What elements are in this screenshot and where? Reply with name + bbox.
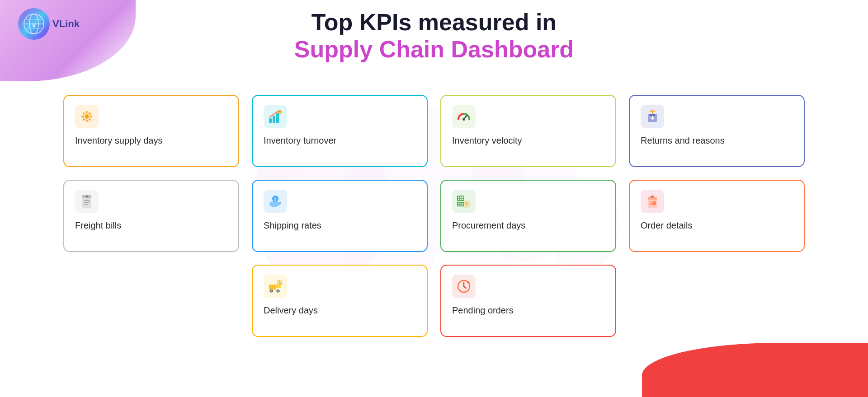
svg-text:V: V bbox=[32, 23, 36, 29]
label-delivery-days: Delivery days bbox=[264, 304, 416, 316]
gear-sun-icon bbox=[80, 109, 94, 124]
label-procurement-days: Procurement days bbox=[452, 220, 604, 231]
card-freight-bills[interactable]: Freight bills bbox=[63, 180, 239, 252]
svg-point-13 bbox=[85, 114, 89, 119]
svg-point-62 bbox=[271, 290, 272, 292]
icon-wrapper-procurement-days bbox=[452, 190, 476, 213]
card-returns-and-reasons[interactable]: Returns and reasons bbox=[629, 95, 805, 167]
svg-point-22 bbox=[89, 119, 91, 121]
hand-coin-icon: $ bbox=[268, 194, 283, 209]
card-procurement-days[interactable]: Procurement days bbox=[440, 180, 616, 252]
bg-bottom-right-decoration bbox=[642, 343, 868, 397]
card-shipping-rates[interactable]: $ Shipping rates bbox=[252, 180, 428, 252]
logo-icon: V bbox=[18, 8, 50, 40]
icon-wrapper-order-details bbox=[641, 190, 664, 213]
svg-text:$: $ bbox=[274, 197, 276, 201]
logo-text: VLink bbox=[52, 18, 80, 30]
label-inventory-velocity: Inventory velocity bbox=[452, 135, 604, 146]
kpi-grid: Inventory supply days $ Inventory turnov… bbox=[63, 95, 805, 337]
icon-wrapper-inventory-turnover: $ bbox=[264, 105, 287, 128]
card-inventory-supply-days[interactable]: Inventory supply days bbox=[63, 95, 239, 167]
label-pending-orders: Pending orders bbox=[452, 304, 604, 316]
svg-point-20 bbox=[89, 112, 91, 114]
svg-rect-25 bbox=[276, 113, 279, 123]
svg-rect-24 bbox=[273, 116, 275, 123]
card-inventory-velocity[interactable]: Inventory velocity bbox=[440, 95, 616, 167]
return-box-icon bbox=[645, 109, 660, 124]
page-header: Top KPIs measured in Supply Chain Dashbo… bbox=[0, 9, 868, 63]
label-returns-and-reasons: Returns and reasons bbox=[641, 135, 793, 146]
svg-point-18 bbox=[90, 116, 92, 117]
header-title-line2: Supply Chain Dashboard bbox=[0, 36, 868, 63]
svg-rect-55 bbox=[652, 201, 656, 205]
svg-point-16 bbox=[86, 120, 88, 122]
icon-wrapper-shipping-rates: $ bbox=[264, 190, 287, 213]
label-shipping-rates: Shipping rates bbox=[264, 220, 416, 231]
label-inventory-turnover: Inventory turnover bbox=[264, 135, 416, 146]
label-inventory-supply-days: Inventory supply days bbox=[75, 135, 227, 146]
svg-point-19 bbox=[83, 112, 85, 114]
card-inventory-turnover[interactable]: $ Inventory turnover bbox=[252, 95, 428, 167]
svg-rect-54 bbox=[648, 197, 657, 200]
svg-rect-65 bbox=[269, 289, 281, 290]
logo: V VLink bbox=[18, 8, 80, 40]
icon-wrapper-freight-bills bbox=[75, 190, 99, 213]
card-pending-orders[interactable]: Pending orders bbox=[440, 265, 616, 337]
svg-point-29 bbox=[462, 118, 465, 121]
cart-clock-icon bbox=[457, 194, 471, 209]
icon-wrapper-inventory-velocity bbox=[452, 105, 476, 128]
svg-line-71 bbox=[464, 286, 466, 288]
icon-wrapper-inventory-supply-days bbox=[75, 105, 99, 128]
receipt-icon bbox=[80, 194, 94, 209]
header-title-line1: Top KPIs measured in bbox=[0, 9, 868, 36]
truck-clock-icon bbox=[268, 279, 283, 294]
speedometer-icon bbox=[457, 109, 471, 124]
label-freight-bills: Freight bills bbox=[75, 220, 227, 231]
card-order-details[interactable]: Order details bbox=[629, 180, 805, 252]
chart-up-icon: $ bbox=[268, 109, 283, 124]
svg-point-15 bbox=[86, 111, 88, 113]
icon-wrapper-pending-orders bbox=[452, 275, 476, 298]
svg-rect-38 bbox=[86, 196, 88, 197]
clipboard-box-icon bbox=[645, 194, 660, 209]
card-delivery-days[interactable]: Delivery days bbox=[252, 265, 428, 337]
icon-wrapper-delivery-days bbox=[264, 275, 287, 298]
svg-point-21 bbox=[83, 119, 85, 121]
icon-wrapper-returns-and-reasons bbox=[641, 105, 664, 128]
label-order-details: Order details bbox=[641, 220, 793, 231]
svg-point-64 bbox=[278, 290, 279, 292]
svg-rect-23 bbox=[269, 118, 272, 123]
svg-point-17 bbox=[81, 116, 83, 117]
clock-refresh-icon bbox=[457, 279, 471, 294]
